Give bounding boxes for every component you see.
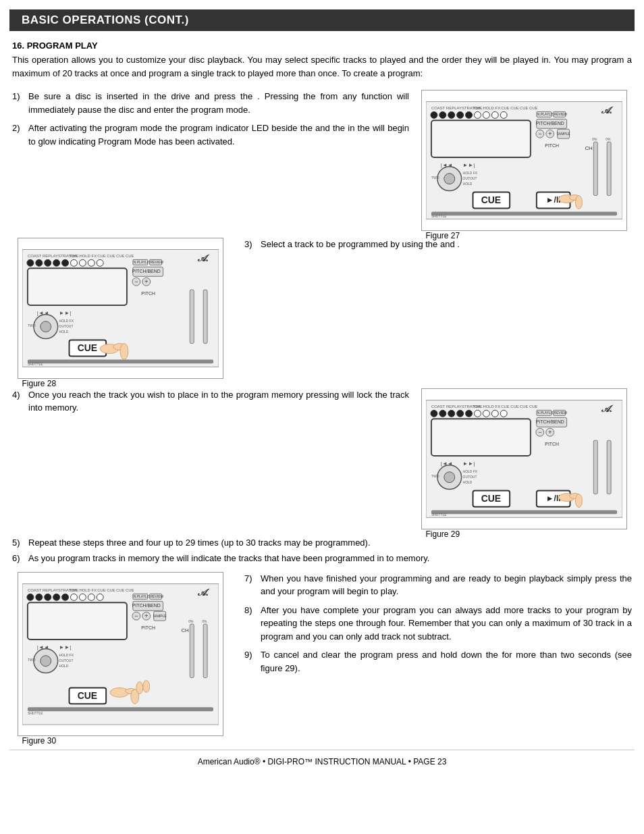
svg-text:HOLD FX: HOLD FX <box>462 172 477 175</box>
device-figure-30: 𝒜. COAST REPLAYSTRATCH TIME HOLD FX CUE … <box>22 577 219 732</box>
footer-text: American Audio® • DIGI-PRO™ INSTRUCTION … <box>198 757 447 766</box>
svg-text:CUE: CUE <box>97 588 106 592</box>
svg-text:HOLD: HOLD <box>462 182 472 186</box>
svg-point-112 <box>448 410 454 417</box>
svg-rect-83 <box>27 268 126 305</box>
svg-rect-92 <box>190 290 194 343</box>
step-6: 6) As you program tracks in memory the w… <box>12 552 632 565</box>
step-4-num: 4) <box>12 388 24 415</box>
svg-point-159 <box>26 594 33 600</box>
steps-7-9-col: 7) When you have finished your programmi… <box>228 572 632 737</box>
figure-29-label: Figure 29 <box>426 529 622 539</box>
svg-text:PITCH/BEND: PITCH/BEND <box>132 603 160 608</box>
svg-point-67 <box>61 259 68 266</box>
steps-5-6: 5) Repeat these steps three and four up … <box>12 536 632 565</box>
step-1-num: 1) <box>12 90 24 116</box>
svg-text:HOLD: HOLD <box>59 330 68 334</box>
svg-text:►/II: ►/II <box>545 196 560 205</box>
step-3-col: 3) Select a track to be programmed by us… <box>228 238 632 379</box>
svg-text:PITCH: PITCH <box>141 291 155 296</box>
svg-point-15 <box>483 112 489 119</box>
svg-point-115 <box>474 410 481 417</box>
svg-point-68 <box>70 259 77 266</box>
svg-text:SHUTTLE: SHUTTLE <box>27 712 43 715</box>
svg-rect-140 <box>607 440 611 494</box>
svg-text:CUE: CUE <box>116 588 125 592</box>
step-8-text: After you have complete your program you… <box>261 604 632 644</box>
svg-text:CUE: CUE <box>116 254 125 258</box>
svg-point-113 <box>456 410 463 417</box>
footer: American Audio® • DIGI-PRO™ INSTRUCTION … <box>9 750 635 776</box>
svg-point-116 <box>483 410 489 417</box>
svg-text:TIME: TIME <box>473 405 482 409</box>
svg-text:HOLD FX: HOLD FX <box>59 319 74 323</box>
svg-text:+: + <box>144 278 148 285</box>
svg-text:𝒜.: 𝒜. <box>197 253 210 263</box>
step-8: 8) After you have complete your program … <box>244 604 632 644</box>
step-7-num: 7) <box>244 572 257 598</box>
svg-text:CUE: CUE <box>481 195 500 206</box>
svg-text:TIME: TIME <box>473 107 482 111</box>
svg-rect-139 <box>593 440 597 494</box>
svg-rect-145 <box>431 510 616 514</box>
svg-point-13 <box>465 112 472 119</box>
figure-28-label: Figure 28 <box>22 379 219 388</box>
svg-text:TIME: TIME <box>69 588 78 592</box>
page-wrapper: BASIC OPERATIONS (CONT.) 16. PROGRAM PLA… <box>0 9 644 834</box>
svg-point-202 <box>136 681 142 694</box>
svg-text:HOLD FX: HOLD FX <box>79 588 97 592</box>
svg-point-14 <box>474 112 481 119</box>
svg-point-203 <box>142 680 149 692</box>
svg-text:CUE: CUE <box>501 405 510 409</box>
svg-point-70 <box>88 259 95 266</box>
svg-text:CUE: CUE <box>481 493 500 504</box>
svg-text:REVIEW: REVIEW <box>150 595 163 598</box>
svg-text:OUTOUT: OUTOUT <box>59 658 73 662</box>
figure-29-box: 𝒜. COAST REPLAYSTRATCH TIME HOLD FX CUE … <box>421 388 627 529</box>
svg-text:0%: 0% <box>202 620 207 623</box>
svg-text:OUTOUT: OUTOUT <box>462 177 477 180</box>
svg-text:+: + <box>144 613 148 619</box>
svg-text:CUE: CUE <box>510 107 519 111</box>
svg-point-87 <box>40 321 51 332</box>
svg-point-160 <box>35 594 42 600</box>
section-number: 16. PROGRAM PLAY <box>12 41 98 51</box>
svg-text:PITCH: PITCH <box>545 143 559 148</box>
svg-text:PITCH: PITCH <box>141 625 155 630</box>
svg-point-17 <box>500 112 507 119</box>
steps-col-4: 4) Once you reach the track you wish to … <box>12 388 416 529</box>
svg-text:HOLD FX: HOLD FX <box>483 405 500 409</box>
svg-point-163 <box>61 594 68 600</box>
step-2: 2) After activating the program mode the… <box>12 122 409 148</box>
device-figure-29: 𝒜. COAST REPLAYSTRATCH TIME HOLD FX CUE … <box>426 393 622 525</box>
svg-text:HOLD FX: HOLD FX <box>483 107 500 111</box>
device-figure-28: 𝒜. COAST REPLAYSTRATCH TIME HOLD FX CUE … <box>22 242 219 374</box>
svg-rect-0 <box>426 102 622 219</box>
svg-text:SHUTTLE: SHUTTLE <box>431 215 446 219</box>
svg-text:►►|: ►►| <box>59 310 71 316</box>
svg-point-117 <box>491 410 498 417</box>
svg-text:CUE: CUE <box>520 107 529 111</box>
figure-30-box: 𝒜. COAST REPLAYSTRATCH TIME HOLD FX CUE … <box>18 572 223 737</box>
svg-text:OUTOUT: OUTOUT <box>462 475 477 479</box>
header-bar: BASIC OPERATIONS (CONT.) <box>9 9 635 31</box>
step-7-text: When you have finished your programming … <box>261 572 632 598</box>
svg-text:−: − <box>538 130 541 137</box>
svg-point-35 <box>444 174 454 184</box>
svg-point-110 <box>430 410 437 417</box>
svg-text:0%: 0% <box>606 138 611 141</box>
svg-text:TWO: TWO <box>27 324 35 328</box>
svg-text:TWO: TWO <box>431 176 439 180</box>
svg-rect-197 <box>27 707 213 711</box>
step-9-num: 9) <box>244 648 257 675</box>
svg-text:CUE: CUE <box>77 343 97 354</box>
step-9: 9) To cancel and clear the program press… <box>244 648 632 675</box>
svg-text:CUE: CUE <box>520 405 529 409</box>
svg-point-166 <box>88 594 95 600</box>
svg-point-69 <box>79 259 86 266</box>
svg-text:REVIEW: REVIEW <box>150 261 163 264</box>
step-4-section: 4) Once you reach the track you wish to … <box>12 388 632 529</box>
section-title: 16. PROGRAM PLAY <box>12 41 632 51</box>
figure-27-col: 𝒜. COAST REPLAYSTRATCH TIME HOLD FX CUE … <box>416 90 632 231</box>
figure-28-col: 𝒜. COAST REPLAYSTRATCH TIME HOLD FX CUE … <box>12 238 228 379</box>
